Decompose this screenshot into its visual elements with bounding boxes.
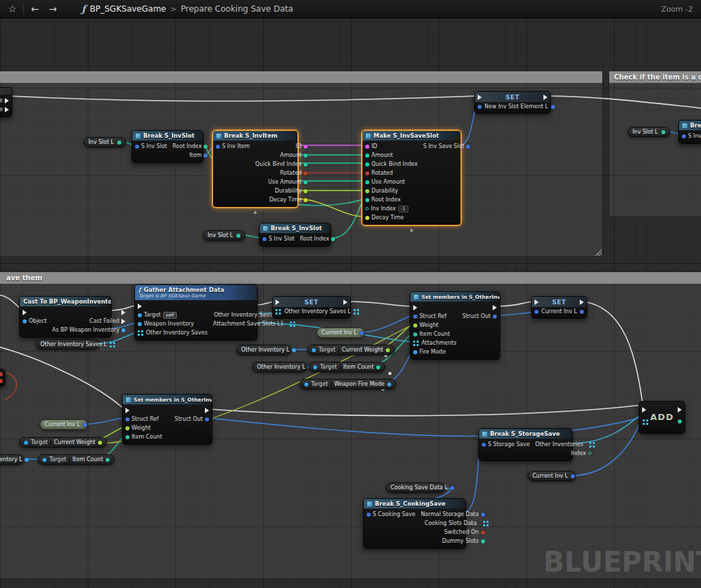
collapse-arrow-icon[interactable]: ▲: [362, 227, 460, 232]
node-gather-attachment-data[interactable]: ƒ Gather Attachment Data Target is BP SG…: [134, 284, 258, 341]
exec-in-pin[interactable]: [20, 308, 29, 317]
pin-id[interactable]: ID: [362, 142, 380, 151]
pin-object[interactable]: Object: [20, 317, 49, 326]
var-get-other-inventory-l-1[interactable]: Other Inventory L: [236, 345, 291, 355]
exec-in-pin[interactable]: [410, 303, 420, 312]
breadcrumb-blueprint-name[interactable]: BP_SGKSaveGame: [90, 4, 166, 14]
pin-s-inv-slot[interactable]: S Inv Slot: [260, 234, 297, 243]
pin-cooking-slots-data[interactable]: Cooking Slots Data: [422, 519, 488, 528]
pin-use-amount[interactable]: Use Amount: [362, 177, 408, 186]
pin-durability[interactable]: Durability: [362, 186, 401, 195]
get-item-count-1[interactable]: Target Item Count: [308, 362, 385, 372]
var-get-other-inventory-l-partial[interactable]: Other Inventory L: [0, 454, 24, 465]
comment-resize-handle[interactable]: [594, 248, 602, 256]
node-break-s-storagesave[interactable]: Break S_StorageSave S Storage Save Other…: [478, 428, 573, 461]
pin-index[interactable]: Index: [568, 449, 594, 458]
pin-root-index[interactable]: Root Index: [170, 142, 211, 151]
favorite-star-icon[interactable]: ☆: [5, 2, 19, 16]
pin-weight[interactable]: Weight: [123, 424, 153, 432]
pin-default-value[interactable]: self: [163, 312, 177, 319]
get-item-count-2[interactable]: Target Item Count: [38, 454, 114, 465]
node-set-current-inv[interactable]: SET Current Inv L: [531, 296, 587, 319]
pin-other-inventories[interactable]: Other Inventories: [532, 440, 594, 449]
pin-attachment-save-slots-l1[interactable]: Attachment Save Slots L1: [210, 319, 295, 328]
pin-decay-time[interactable]: Decay Time: [267, 195, 310, 204]
exec-in-pin[interactable]: [135, 302, 145, 310]
exec-out-icon[interactable]: [580, 299, 584, 305]
pin-weight[interactable]: Weight: [410, 321, 441, 330]
pin-target[interactable]: Target self: [135, 310, 180, 319]
pin-amount[interactable]: Amount: [278, 151, 310, 160]
node-break-s-invslot-1[interactable]: Break S_InvSlot S Inv Slot Root Index It…: [132, 130, 204, 163]
variable-pin-row[interactable]: New Inv Slot Element L: [475, 102, 550, 113]
exec-out-pin[interactable]: [202, 406, 212, 415]
back-icon[interactable]: ←: [28, 2, 42, 16]
node-set-new-inv-slot-element[interactable]: SET New Inv Slot Element L: [474, 91, 551, 114]
var-get-inv-slot-l-2[interactable]: Inv Slot L: [203, 230, 245, 241]
pin-false[interactable]: False: [0, 105, 12, 114]
pin-rotated[interactable]: Rotated: [362, 169, 395, 177]
var-get-cooking-save-data-l[interactable]: Cooking Save Data L: [386, 482, 445, 493]
pin-fire-mode[interactable]: Fire Mode: [410, 347, 449, 356]
node-partial-left[interactable]: [0, 369, 5, 387]
variable-pin-row[interactable]: Other Inventory Saves L: [273, 307, 350, 318]
pin-attachments[interactable]: Attachments: [410, 339, 459, 347]
node-add[interactable]: ADD: [639, 401, 685, 434]
exec-out-pin[interactable]: [490, 303, 500, 312]
pin-struct-ref[interactable]: Struct Ref: [410, 312, 450, 321]
pin-rotated[interactable]: Rotated: [278, 169, 310, 177]
pin-s-inv-slot[interactable]: S Inv Slot: [679, 132, 701, 140]
pin-s-cooking-save[interactable]: S Cooking Save: [364, 510, 418, 519]
get-weapon-fire-mode[interactable]: Target Weapon Fire Mode: [299, 379, 396, 389]
pin-dot[interactable]: [0, 379, 3, 383]
pin-dummy-slots[interactable]: Dummy Slots: [439, 537, 488, 546]
variable-pin-row[interactable]: Current Inv L: [532, 307, 587, 318]
pin-item-count[interactable]: Item Count: [410, 330, 453, 339]
pin-cast-failed[interactable]: Cast Failed: [87, 317, 129, 326]
graph-canvas[interactable]: Check if the item is a c ave them BLUEPR…: [0, 0, 701, 588]
node-break-s-cookingsave[interactable]: Break S_CookingSave S Cooking Save Norma…: [363, 498, 466, 549]
pin-decay-time[interactable]: Decay Time: [362, 213, 406, 222]
collapse-arrow-icon[interactable]: ▲: [213, 209, 297, 214]
pin-s-inv-save-slot[interactable]: S Inv Save Slot: [421, 142, 474, 151]
exec-out-icon[interactable]: [543, 95, 548, 100]
pin-inv-index[interactable]: Inv Index -1: [362, 204, 411, 213]
pin-id[interactable]: ID: [293, 142, 311, 151]
pin-switched-on[interactable]: Switched On: [441, 528, 487, 537]
var-get-current-inv-l-2[interactable]: Current Inv L: [40, 419, 88, 430]
pin-s-inv-item[interactable]: S Inv Item: [213, 142, 253, 151]
pin-struct-out[interactable]: Struct Out: [460, 312, 500, 321]
node-set-members-otherinvsaves-1[interactable]: Set members in S_OtherInvSaves Struct Re…: [410, 291, 500, 360]
var-get-other-inventory-l-2[interactable]: Other Inventory L: [252, 362, 307, 372]
exec-out-pin[interactable]: [119, 308, 128, 317]
forward-icon[interactable]: →: [46, 2, 60, 16]
get-current-weight-1[interactable]: Target Current Weight: [307, 345, 395, 355]
var-get-current-inv-l-3[interactable]: Current Inv L: [528, 471, 576, 481]
node-make-s-invsaveslot[interactable]: Make S_InvSaveSlot ID Amount Quick Bind …: [362, 130, 461, 225]
pin-item-count[interactable]: Item Count: [123, 432, 165, 441]
pin-true[interactable]: True: [0, 96, 12, 105]
pin-s-storage-save[interactable]: S Storage Save: [479, 440, 532, 449]
pin-quick-bind-index[interactable]: Quick Bind Index: [362, 160, 421, 169]
node-set-members-otherinvsaves-2[interactable]: Set members in S_OtherInvSaves Struct Re…: [122, 394, 212, 445]
pin-normal-storage-data[interactable]: Normal Storage Data: [418, 510, 487, 519]
pin-struct-ref[interactable]: Struct Ref: [123, 415, 162, 424]
pin-struct-out[interactable]: Struct Out: [172, 415, 212, 424]
pin-use-amount[interactable]: Use Amount: [265, 177, 310, 186]
pin-item[interactable]: Item: [186, 151, 210, 160]
node-cast-to-bp-weaponinventory[interactable]: Cast To BP_WeaponInventory Object Cast F…: [19, 296, 112, 338]
exec-in-pin[interactable]: [123, 406, 132, 415]
node-set-other-inventory-saves[interactable]: SET Other Inventory Saves L: [272, 296, 351, 319]
pin-root-index[interactable]: Root Index: [362, 195, 404, 204]
exec-out-icon[interactable]: [343, 299, 347, 305]
breadcrumb-graph-name[interactable]: Prepare Cooking Save Data: [181, 4, 293, 14]
node-break-s-invslot-partial[interactable]: Break S_InvSlot S Inv Slot: [678, 120, 701, 144]
pin-default-value[interactable]: -1: [398, 206, 408, 212]
pin-quick-bind-index[interactable]: Quick Bind Index: [253, 160, 311, 169]
pin-weapon-inventory[interactable]: Weapon Inventory: [135, 319, 197, 328]
var-get-inv-slot-l-1[interactable]: Inv Slot L: [84, 137, 126, 147]
node-break-s-invitem[interactable]: Break S_InvItem S Inv Item ID Amount: [212, 130, 298, 208]
pin-amount[interactable]: Amount: [362, 151, 395, 160]
var-get-other-inventory-saves-l[interactable]: Other Inventory Saves L: [36, 339, 99, 350]
comment-box-check-item[interactable]: Check if the item is a c: [608, 71, 701, 217]
